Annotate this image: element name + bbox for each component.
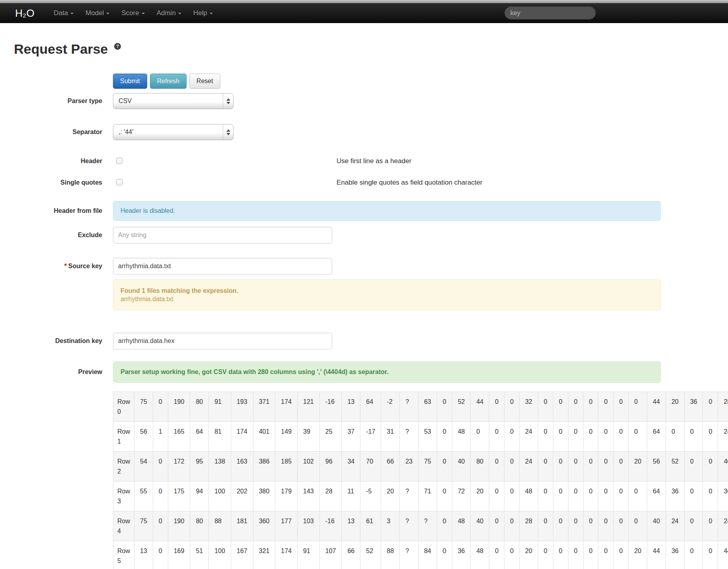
table-row: Row 51301695110016732117491107665288?840… (113, 541, 728, 569)
table-cell: 0 (538, 541, 553, 569)
table-cell: 36 (666, 541, 684, 569)
navbar: H2O Data Model Score Admin Help (0, 3, 728, 23)
table-cell: 0 (504, 541, 520, 569)
table-cell: 185 (275, 452, 298, 481)
help-icon[interactable]: ? (114, 43, 121, 50)
nav-item-admin[interactable]: Admin (151, 3, 187, 23)
table-cell: 24 (666, 511, 684, 541)
table-cell: 52 (360, 541, 381, 569)
table-cell: 0 (568, 511, 583, 541)
table-cell: 138 (209, 452, 231, 481)
table-cell: 28 (520, 511, 538, 541)
nav-item-label: Admin (157, 9, 176, 17)
table-cell: 40 (647, 511, 666, 541)
nav-item-help[interactable]: Help (187, 3, 219, 23)
table-cell: 0 (489, 541, 504, 569)
table-cell: 0 (489, 481, 504, 511)
table-cell: 39 (298, 422, 320, 452)
table-cell: 0 (583, 392, 598, 422)
table-cell: 174 (275, 392, 298, 422)
nav-item-score[interactable]: Score (115, 3, 150, 23)
table-cell: 0 (703, 392, 718, 422)
preview-label: Preview (0, 361, 102, 383)
table-cell: 193 (231, 392, 253, 422)
table-cell: 167 (231, 541, 253, 569)
nav-item-data[interactable]: Data (48, 3, 80, 23)
table-cell: 28 (718, 392, 728, 422)
source-key-label: *Source key (0, 258, 102, 275)
single-quotes-checkbox[interactable] (116, 179, 123, 185)
key-search-input[interactable] (504, 6, 596, 19)
header-from-file-label: Header from file (0, 201, 102, 221)
table-cell: 0 (703, 511, 718, 541)
table-cell: 0 (613, 452, 629, 481)
table-cell: 0 (437, 541, 452, 569)
table-cell: 88 (381, 541, 400, 569)
nav-item-model[interactable]: Model (80, 3, 115, 23)
table-cell: 190 (168, 511, 190, 541)
table-cell: 0 (504, 511, 520, 541)
table-cell: 177 (275, 511, 298, 541)
table-cell: 20 (666, 392, 684, 422)
table-cell: 56 (134, 422, 153, 452)
brand-sub: 2 (23, 12, 26, 19)
table-cell: 20 (629, 452, 647, 481)
preview-table-container[interactable]: Row 07501908091193371174121-161364-2?630… (113, 392, 728, 569)
table-cell: 0 (583, 481, 598, 511)
separator-select[interactable]: ,: '44' (113, 124, 234, 140)
preview-table: Row 07501908091193371174121-161364-2?630… (113, 392, 728, 569)
brand-o: O (26, 7, 35, 19)
table-cell: -2 (381, 392, 400, 422)
table-cell: 0 (538, 481, 553, 511)
table-cell: ? (400, 511, 419, 541)
table-cell: 0 (153, 392, 168, 422)
table-cell: 169 (168, 541, 190, 569)
table-cell: 380 (253, 481, 275, 511)
select-arrows-icon (223, 125, 233, 140)
table-cell: 81 (209, 422, 231, 452)
table-cell: 72 (452, 481, 471, 511)
destination-key-input[interactable] (113, 333, 332, 349)
submit-button[interactable]: Submit (113, 74, 147, 89)
table-cell: ? (400, 392, 419, 422)
refresh-button[interactable]: Refresh (150, 74, 187, 89)
table-cell: 0 (583, 511, 598, 541)
header-row: Header Use first line as a header (0, 157, 728, 166)
table-cell: 52 (452, 392, 471, 422)
table-cell: 175 (168, 481, 190, 511)
chevron-down-icon (210, 13, 213, 14)
table-cell: 3 (381, 511, 400, 541)
files-match-filename: arrhythmia.data.txt (121, 296, 653, 303)
table-cell: 0 (504, 452, 520, 481)
header-checkbox[interactable] (116, 158, 123, 164)
parser-type-select[interactable]: CSV (113, 93, 234, 109)
table-row: Row 15611656481174401149392537-1731?5304… (113, 422, 728, 452)
table-cell: 143 (298, 481, 320, 511)
table-cell: 95 (190, 452, 209, 481)
separator-label: Separator (0, 124, 102, 140)
chevron-down-icon (142, 13, 145, 14)
table-cell: 25 (319, 422, 342, 452)
page-title: Request Parse (14, 41, 108, 57)
parser-type-label: Parser type (0, 93, 102, 109)
table-cell: 0 (504, 422, 520, 452)
h2o-logo[interactable]: H2O (15, 3, 35, 23)
table-cell: 40 (471, 511, 489, 541)
table-cell: 149 (275, 422, 298, 452)
table-cell: 75 (134, 511, 153, 541)
table-cell: 64 (647, 422, 666, 452)
table-cell: 0 (153, 452, 168, 481)
table-cell: 20 (471, 481, 489, 511)
source-key-input[interactable] (113, 258, 332, 275)
table-cell: 51 (190, 541, 209, 569)
table-cell: 0 (703, 541, 718, 569)
table-cell: 0 (153, 481, 168, 511)
reset-button[interactable]: Reset (189, 74, 220, 89)
table-cell: 48 (520, 481, 538, 511)
table-cell: 0 (437, 481, 452, 511)
table-cell: 107 (319, 541, 342, 569)
table-row: Row 254017295138163386185102963470662375… (113, 452, 728, 481)
table-cell: -16 (319, 511, 342, 541)
exclude-input[interactable] (113, 227, 332, 244)
table-cell: 13 (342, 392, 360, 422)
